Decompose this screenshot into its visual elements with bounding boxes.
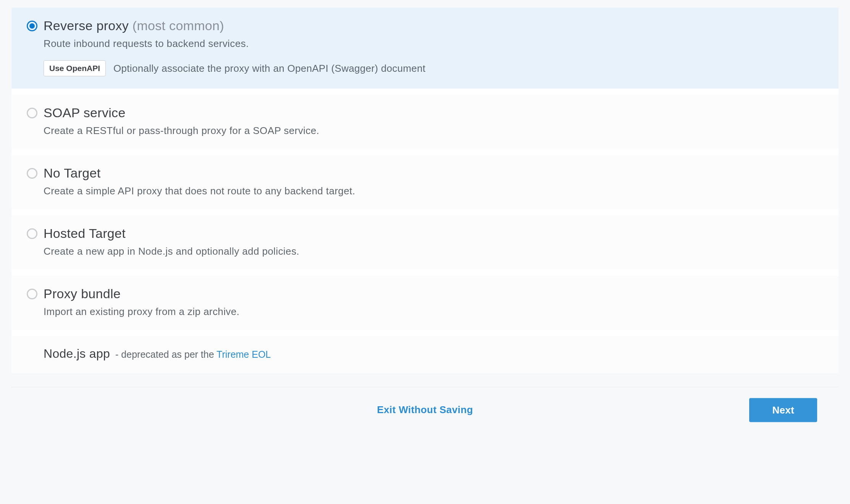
option-no-target[interactable]: No Target Create a simple API proxy that…: [11, 155, 839, 209]
option-header: Proxy bundle: [27, 286, 823, 301]
trireme-eol-link[interactable]: Trireme EOL: [217, 349, 271, 360]
option-title-text: Reverse proxy: [44, 18, 129, 33]
option-header: Hosted Target: [27, 226, 823, 241]
deprecated-title: Node.js app: [44, 347, 110, 361]
option-header: No Target: [27, 166, 823, 181]
radio-proxy-bundle[interactable]: [27, 289, 37, 299]
radio-reverse-proxy[interactable]: [27, 21, 37, 31]
option-hosted-target[interactable]: Hosted Target Create a new app in Node.j…: [11, 215, 839, 270]
option-reverse-proxy[interactable]: Reverse proxy (most common) Route inboun…: [11, 8, 839, 89]
option-header: Reverse proxy (most common): [27, 18, 823, 33]
proxy-type-options: Reverse proxy (most common) Route inboun…: [11, 8, 839, 373]
deprecated-note: - deprecated as per the Trireme EOL: [115, 349, 271, 360]
option-header: SOAP service: [27, 105, 823, 120]
option-title: No Target: [44, 166, 101, 181]
option-desc: Route inbound requests to backend servic…: [44, 38, 823, 50]
option-title: Reverse proxy (most common): [44, 18, 224, 33]
radio-soap-service[interactable]: [27, 108, 37, 118]
radio-hosted-target[interactable]: [27, 228, 37, 239]
option-title: Proxy bundle: [44, 286, 121, 301]
proxy-type-wizard: Reverse proxy (most common) Route inboun…: [0, 0, 850, 433]
wizard-footer: Exit Without Saving Next: [11, 387, 839, 433]
option-nodejs-deprecated: Node.js app - deprecated as per the Trir…: [11, 336, 839, 373]
radio-no-target[interactable]: [27, 168, 37, 179]
option-desc: Create a simple API proxy that does not …: [44, 185, 823, 197]
deprecated-note-prefix: - deprecated as per the: [115, 349, 217, 360]
openapi-hint: Optionally associate the proxy with an O…: [113, 63, 425, 74]
option-title: Hosted Target: [44, 226, 126, 241]
option-proxy-bundle[interactable]: Proxy bundle Import an existing proxy fr…: [11, 276, 839, 330]
option-title: SOAP service: [44, 105, 126, 120]
option-desc: Import an existing proxy from a zip arch…: [44, 306, 823, 318]
openapi-row: Use OpenAPI Optionally associate the pro…: [44, 60, 823, 76]
next-button[interactable]: Next: [749, 398, 817, 422]
option-soap-service[interactable]: SOAP service Create a RESTful or pass-th…: [11, 95, 839, 149]
option-desc: Create a new app in Node.js and optional…: [44, 246, 823, 257]
exit-without-saving-link[interactable]: Exit Without Saving: [377, 404, 473, 416]
use-openapi-button[interactable]: Use OpenAPI: [44, 60, 106, 76]
deprecated-row: Node.js app - deprecated as per the Trir…: [44, 347, 823, 361]
option-title-suffix: (most common): [133, 18, 224, 33]
option-desc: Create a RESTful or pass-through proxy f…: [44, 125, 823, 137]
